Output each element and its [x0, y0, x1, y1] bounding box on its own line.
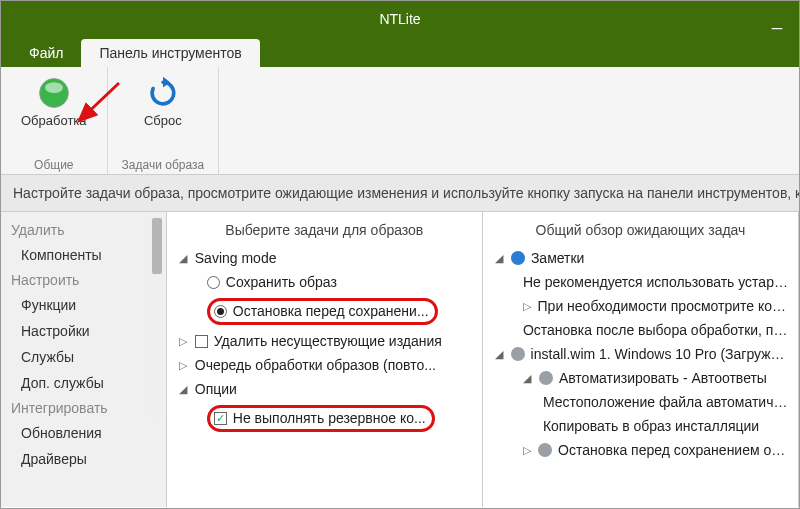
node-saving-mode[interactable]: ◢ Saving mode: [171, 246, 478, 270]
chevron-down-icon[interactable]: ◢: [495, 252, 507, 265]
gear-icon: [539, 371, 553, 385]
chevron-down-icon[interactable]: ◢: [179, 252, 191, 265]
refresh-icon: [145, 75, 181, 111]
checkbox-delete-nonexistent[interactable]: [195, 335, 208, 348]
disk-icon: [511, 347, 525, 361]
ribbon: Обработка Общие Сброс Задачи образа: [1, 67, 799, 175]
node-install-wim[interactable]: ◢ install.wim 1. Windows 10 Pro (Загруже…: [487, 342, 794, 366]
ribbon-tabs: Файл Панель инструментов: [1, 37, 799, 67]
node-notes[interactable]: ◢ Заметки: [487, 246, 794, 270]
sidebar: Удалить Компоненты Настроить Функции Нас…: [1, 212, 167, 507]
node-save-image[interactable]: Сохранить образ: [171, 270, 478, 294]
ribbon-group-general: Обработка Общие: [1, 67, 108, 174]
tab-toolbar[interactable]: Панель инструментов: [81, 39, 259, 67]
reset-label: Сброс: [144, 113, 182, 128]
sidebar-item-functions[interactable]: Функции: [1, 292, 166, 318]
chevron-right-icon[interactable]: ▷: [179, 335, 191, 348]
overview-tree: ◢ Заметки Не рекомендуется использовать …: [487, 246, 794, 462]
info-icon: [511, 251, 525, 265]
overview-tree-panel: Общий обзор ожидающих задач ◢ Заметки Не…: [483, 212, 799, 507]
tasks-tree-panel: Выберите задачи для образов ◢ Saving mod…: [167, 212, 483, 507]
reset-button[interactable]: Сброс: [122, 73, 205, 130]
node-note3[interactable]: Остановка после выбора обработки, потому: [487, 318, 794, 342]
annotation-circle: ✓ Не выполнять резервное ко...: [207, 405, 435, 432]
node-note1[interactable]: Не рекомендуется использовать устаревши: [487, 270, 794, 294]
sidebar-item-settings[interactable]: Настройки: [1, 318, 166, 344]
disk-icon: [538, 443, 552, 457]
chevron-right-icon[interactable]: ▷: [179, 359, 191, 372]
group-general-label: Общие: [15, 154, 93, 172]
sidebar-item-drivers[interactable]: Драйверы: [1, 446, 166, 472]
node-delete-nonexistent[interactable]: ▷ Удалить несуществующие издания: [171, 329, 478, 353]
chevron-down-icon[interactable]: ◢: [495, 348, 507, 361]
node-auto-sub1[interactable]: Местоположение файла автоматических: [487, 390, 794, 414]
scrollbar-thumb[interactable]: [152, 218, 162, 274]
radio-save-image[interactable]: [207, 276, 220, 289]
process-label: Обработка: [21, 113, 87, 128]
process-orb-icon: [36, 75, 72, 111]
titlebar: NTLite _: [1, 1, 799, 37]
tasks-tree: ◢ Saving mode Сохранить образ Остановка …: [171, 246, 478, 436]
chevron-right-icon[interactable]: ▷: [523, 300, 534, 313]
node-stop-before-save2[interactable]: ▷ Остановка перед сохранением образа: [487, 438, 794, 462]
annotation-circle: Остановка перед сохранени...: [207, 298, 438, 325]
overview-tree-header: Общий обзор ожидающих задач: [487, 218, 794, 246]
node-stop-before-save[interactable]: Остановка перед сохранени...: [171, 294, 478, 329]
ribbon-group-image-tasks: Сброс Задачи образа: [108, 67, 220, 174]
chevron-down-icon[interactable]: ◢: [179, 383, 191, 396]
sidebar-item-components[interactable]: Компоненты: [1, 242, 166, 268]
node-note2[interactable]: ▷ При необходимости просмотрите контроль…: [487, 294, 794, 318]
radio-stop-before-save[interactable]: [214, 305, 227, 318]
node-processing-queue[interactable]: ▷ Очередь обработки образов (повто...: [171, 353, 478, 377]
node-options[interactable]: ◢ Опции: [171, 377, 478, 401]
sidebar-item-extra-services[interactable]: Доп. службы: [1, 370, 166, 396]
main-area: Удалить Компоненты Настроить Функции Нас…: [1, 212, 799, 507]
tab-file[interactable]: Файл: [11, 39, 81, 67]
info-bar: Настройте задачи образа, просмотрите ожи…: [1, 175, 799, 212]
sidebar-section-delete: Удалить: [1, 218, 166, 242]
sidebar-item-services[interactable]: Службы: [1, 344, 166, 370]
checkbox-no-backup[interactable]: ✓: [214, 412, 227, 425]
sidebar-scrollbar[interactable]: [150, 218, 164, 418]
window-title: NTLite: [379, 11, 420, 27]
node-auto-sub2[interactable]: Копировать в образ инсталляции: [487, 414, 794, 438]
panels: Выберите задачи для образов ◢ Saving mod…: [167, 212, 799, 507]
process-button[interactable]: Обработка: [15, 73, 93, 130]
tasks-tree-header: Выберите задачи для образов: [171, 218, 478, 246]
svg-point-1: [45, 82, 63, 93]
sidebar-section-integrate: Интегрировать: [1, 396, 166, 420]
node-no-backup[interactable]: ✓ Не выполнять резервное ко...: [171, 401, 478, 436]
sidebar-item-updates[interactable]: Обновления: [1, 420, 166, 446]
node-automate[interactable]: ◢ Автоматизировать - Автоответы: [487, 366, 794, 390]
group-image-tasks-label: Задачи образа: [122, 154, 205, 172]
sidebar-section-configure: Настроить: [1, 268, 166, 292]
minimize-button[interactable]: _: [767, 9, 787, 29]
chevron-down-icon[interactable]: ◢: [523, 372, 535, 385]
chevron-right-icon[interactable]: ▷: [523, 444, 534, 457]
